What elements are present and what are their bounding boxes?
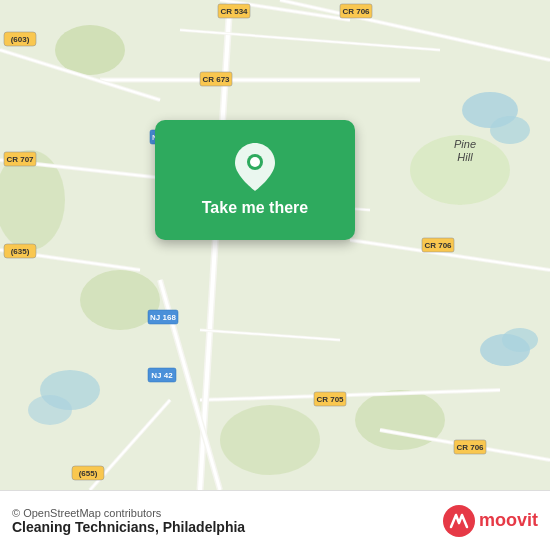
location-pin-icon xyxy=(235,143,275,191)
svg-text:(603): (603) xyxy=(11,35,30,44)
svg-point-6 xyxy=(28,395,72,425)
svg-text:CR 707: CR 707 xyxy=(6,155,34,164)
svg-text:CR 534: CR 534 xyxy=(220,7,248,16)
moovit-logo: moovit xyxy=(443,505,538,537)
svg-text:CR 706: CR 706 xyxy=(456,443,484,452)
svg-text:(635): (635) xyxy=(11,247,30,256)
svg-text:NJ 168: NJ 168 xyxy=(150,313,176,322)
bottom-bar: © OpenStreetMap contributors Cleaning Te… xyxy=(0,490,550,550)
svg-point-7 xyxy=(55,25,125,75)
svg-point-4 xyxy=(502,328,538,352)
map-container: CR 534 CR 706 CR 673 (603) CR 707 NJ 168… xyxy=(0,0,550,490)
svg-text:CR 706: CR 706 xyxy=(342,7,370,16)
moovit-text: moovit xyxy=(479,510,538,531)
svg-text:(655): (655) xyxy=(79,469,98,478)
take-me-there-card[interactable]: Take me there xyxy=(155,120,355,240)
svg-text:Hill: Hill xyxy=(457,151,473,163)
svg-text:CR 706: CR 706 xyxy=(424,241,452,250)
svg-point-2 xyxy=(490,116,530,144)
svg-text:CR 705: CR 705 xyxy=(316,395,344,404)
svg-text:Pine: Pine xyxy=(454,138,476,150)
business-name: Cleaning Technicians, Philadelphia xyxy=(12,519,245,535)
svg-point-74 xyxy=(250,157,260,167)
svg-text:CR 673: CR 673 xyxy=(202,75,230,84)
svg-point-11 xyxy=(220,405,320,475)
business-info: © OpenStreetMap contributors Cleaning Te… xyxy=(12,507,245,535)
svg-text:NJ 42: NJ 42 xyxy=(151,371,173,380)
moovit-icon xyxy=(443,505,475,537)
take-me-there-label: Take me there xyxy=(202,199,308,217)
copyright-text: © OpenStreetMap contributors xyxy=(12,507,245,519)
